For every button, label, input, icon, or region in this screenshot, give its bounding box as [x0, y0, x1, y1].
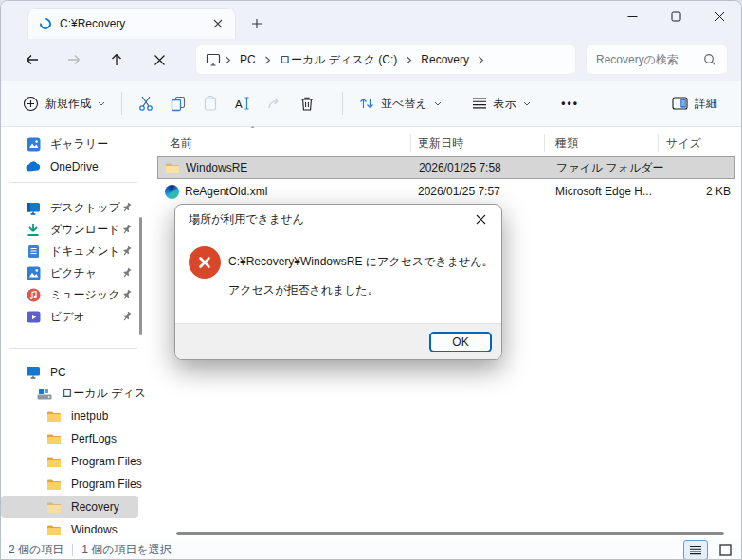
pictures-icon	[26, 266, 41, 281]
details-pane-icon	[672, 97, 688, 110]
file-row-windowsre[interactable]: WindowsRE 2026/01/25 7:58 ファイル フォルダー	[157, 156, 735, 179]
pin-icon	[121, 202, 133, 213]
pin-icon	[121, 311, 133, 322]
pin-icon	[121, 224, 133, 235]
search-icon[interactable]	[702, 52, 717, 67]
copy-icon[interactable]	[162, 87, 194, 119]
pin-icon	[121, 267, 133, 279]
folder-icon	[46, 499, 62, 515]
details-pane-label: 詳細	[695, 96, 717, 112]
sidebar-item-onedrive[interactable]: OneDrive	[1, 155, 145, 177]
view-icon	[472, 97, 487, 110]
paste-icon	[194, 87, 226, 119]
folder-icon	[165, 160, 180, 175]
chevron-down-icon	[523, 101, 531, 106]
stop-icon[interactable]	[144, 45, 174, 75]
dialog-close-icon[interactable]	[460, 205, 501, 233]
breadcrumb-item-recovery[interactable]: Recovery	[416, 51, 474, 68]
sidebar-item-windows[interactable]: Windows	[1, 518, 145, 539]
downloads-icon	[26, 223, 41, 238]
dialog-message-line2: アクセスが拒否されました。	[228, 282, 379, 298]
maximize-icon[interactable]	[654, 1, 697, 32]
selection-count: 1 個の項目を選択	[81, 542, 172, 558]
view-label: 表示	[494, 96, 516, 112]
breadcrumb-item-drive[interactable]: ローカル ディスク (C:)	[275, 50, 403, 70]
folder-icon	[46, 431, 62, 446]
svg-text:A: A	[235, 99, 243, 110]
tab-bar: C:¥Recovery	[1, 1, 741, 39]
pc-icon	[26, 365, 41, 380]
back-icon[interactable]	[17, 45, 47, 75]
tab-close-icon[interactable]	[208, 14, 227, 33]
chevron-right-icon	[225, 56, 231, 64]
up-icon[interactable]	[101, 45, 132, 75]
folder-icon	[46, 522, 62, 537]
column-header-type[interactable]: 種類	[555, 135, 578, 152]
error-dialog: 場所が利用できません C:¥Recovery¥WindowsRE にアクセスでき…	[174, 204, 502, 360]
new-button[interactable]: 新規作成	[14, 89, 114, 118]
sort-button[interactable]: 並べ替え	[351, 89, 450, 118]
sidebar-item-gallery[interactable]: ギャラリー	[1, 134, 145, 155]
more-options-icon[interactable]: •••	[554, 87, 587, 119]
file-row-reagentold[interactable]: ReAgentOld.xml 2026/01/25 7:57 Microsoft…	[157, 180, 735, 203]
horizontal-scrollbar[interactable]	[176, 532, 724, 535]
details-view-toggle-icon[interactable]	[683, 540, 708, 560]
tab-title: C:¥Recovery	[60, 17, 208, 30]
minimize-icon[interactable]	[610, 1, 654, 32]
sidebar-item-music[interactable]: ミュージック	[1, 284, 145, 306]
rename-icon[interactable]: A	[226, 87, 259, 119]
explorer-window: C:¥Recovery	[0, 0, 742, 560]
search-box[interactable]	[586, 45, 728, 75]
sidebar-item-desktop[interactable]: デスクトップ	[1, 197, 145, 219]
sidebar-item-program-files[interactable]: Program Files	[1, 450, 145, 473]
share-icon	[259, 87, 291, 119]
sidebar-item-local-disk[interactable]: ローカル ディスク (C:)	[1, 383, 145, 405]
item-count: 2 個の項目	[9, 542, 63, 558]
sidebar-item-program-files-x86[interactable]: Program Files (x86)	[1, 473, 145, 496]
breadcrumb-item-pc[interactable]: PC	[235, 51, 261, 68]
documents-icon	[26, 244, 41, 260]
file-date: 2026/01/25 7:58	[419, 161, 501, 174]
sidebar-item-recovery[interactable]: Recovery	[1, 496, 138, 518]
chevron-down-icon	[434, 101, 442, 106]
column-header-date[interactable]: 更新日時	[418, 135, 463, 152]
close-icon[interactable]	[697, 1, 741, 32]
navigation-bar: PC ローカル ディスク (C:) Recovery	[1, 39, 741, 81]
breadcrumb[interactable]: PC ローカル ディスク (C:) Recovery	[195, 45, 576, 75]
file-type: Microsoft Edge H...	[555, 185, 652, 198]
sidebar-item-videos[interactable]: ビデオ	[1, 306, 145, 328]
toolbar-divider	[342, 92, 343, 115]
sidebar: ギャラリー OneDrive デスクトップ ダウンロード	[1, 127, 145, 539]
sidebar-item-pictures[interactable]: ピクチャ	[1, 262, 145, 284]
error-icon	[189, 246, 221, 279]
videos-icon	[26, 310, 41, 325]
list-header: ˆ 名前 更新日時 種類 サイズ	[145, 131, 741, 155]
file-type: ファイル フォルダー	[556, 160, 664, 176]
view-button[interactable]: 表示	[463, 89, 539, 118]
folder-icon	[46, 454, 62, 469]
loading-spinner-icon	[38, 16, 54, 32]
tab-recovery[interactable]: C:¥Recovery	[27, 8, 236, 39]
sidebar-item-downloads[interactable]: ダウンロード	[1, 219, 145, 241]
sidebar-item-pc[interactable]: PC	[1, 361, 145, 383]
search-input[interactable]	[596, 53, 702, 66]
sidebar-divider	[9, 182, 137, 183]
sidebar-item-inetpub[interactable]: inetpub	[1, 405, 145, 427]
ok-button[interactable]: OK	[429, 332, 492, 352]
sidebar-scrollbar[interactable]	[139, 217, 142, 335]
sidebar-item-documents[interactable]: ドキュメント	[1, 241, 145, 262]
icons-view-toggle-icon[interactable]	[713, 540, 737, 560]
toolbar-divider	[121, 92, 122, 115]
sidebar-item-perflogs[interactable]: PerfLogs	[1, 427, 145, 450]
details-pane-button[interactable]: 詳細	[663, 89, 726, 118]
sort-icon	[359, 96, 374, 111]
cut-icon[interactable]	[130, 87, 162, 119]
column-header-size[interactable]: サイズ	[666, 135, 701, 152]
gallery-icon	[26, 137, 41, 153]
delete-icon[interactable]	[291, 87, 323, 119]
pin-icon	[121, 245, 133, 257]
desktop-icon	[26, 201, 41, 216]
new-tab-button[interactable]	[245, 12, 268, 35]
folder-icon	[46, 477, 62, 492]
column-header-name[interactable]: 名前	[170, 135, 192, 152]
